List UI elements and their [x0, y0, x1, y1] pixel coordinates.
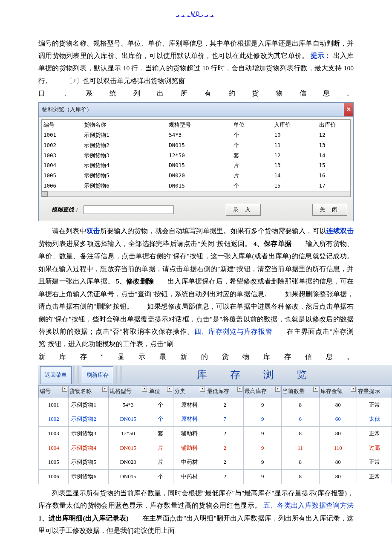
col-name: 货物名称	[82, 120, 167, 130]
dropdown-icon[interactable]: ▾	[102, 387, 107, 392]
toolbar-divider	[73, 366, 80, 384]
inventory-toolbar: 返回菜单 刷新库存 库 存 浏 览	[38, 365, 392, 385]
text: 请在列表中	[38, 227, 86, 234]
dropdown-icon[interactable]: ▾	[167, 387, 172, 392]
paragraph-block-1: 编号的货物名称、规格型号、单位、单价、库别等信息，其中单价根据是入库单还是出库单…	[0, 37, 392, 100]
col[interactable]: 当前数量▾	[282, 385, 320, 398]
h-scrollbar[interactable]	[42, 191, 350, 197]
page-header-link[interactable]: ...WD...	[0, 9, 392, 20]
text-spread: 口 ， 系 统 列 出 所 有 的 货 物 信 息 。	[38, 87, 354, 99]
inventory-row[interactable]: 1001示例货物154*3个原材料29880正常	[39, 398, 392, 412]
enter-button[interactable]: 录 入	[226, 204, 261, 216]
col-unit: 单位	[232, 120, 272, 130]
col-id: 编号	[42, 120, 82, 130]
dropdown-icon[interactable]: ▾	[313, 387, 318, 392]
table-row[interactable]: 1005示例货物5DN020片1416	[42, 171, 350, 181]
refresh-inventory-button[interactable]: 刷新库存	[82, 366, 113, 384]
toolbar-divider	[115, 366, 122, 384]
table-row[interactable]: 1004示例货物4DN015片1315	[42, 160, 350, 171]
back-menu-button[interactable]: 返回菜单	[40, 366, 72, 384]
table-row[interactable]: 1001示例货物154*3个1012	[42, 130, 350, 140]
col[interactable]: 编号▾	[39, 385, 69, 398]
dialog-title-text: 物料浏览（入库价）	[42, 106, 92, 113]
paragraph-block-3: 列表里显示所有货物的当前库存数量，同时会根据"最低库存"与"最高库存"显示存量提…	[0, 487, 392, 537]
col-in: 入库价	[272, 120, 317, 130]
col-spec: 规格型号	[167, 120, 232, 130]
inventory-title: 库 存 浏 览	[122, 365, 392, 385]
dialog-titlebar: 物料浏览（入库价） ✕	[39, 103, 353, 117]
dropdown-icon[interactable]: ▾	[62, 387, 67, 392]
cont-click-label: 连续双击	[326, 227, 354, 234]
tip-label: 提示：	[311, 52, 331, 59]
table-row[interactable]: 1003示例货物312*50套1214	[42, 150, 350, 161]
col[interactable]: 存量提示	[357, 385, 392, 398]
dialog-footer: 模糊查找： 录 入 关 闭	[39, 199, 353, 221]
text: 货物列表进展多项选择输入，全部选择完毕后请点击"关闭"按钮返回。	[38, 240, 252, 247]
section-4-title: 四、库存浏览与库存报警	[194, 328, 273, 335]
inventory-row-high[interactable]: 1004示例货物4DN015片辅助料2911110过高	[39, 441, 392, 455]
heading-5: 5、修改删除	[116, 278, 154, 285]
section-5-1-title: 1、进出库明细(出入库记录表)	[38, 515, 129, 522]
inventory-header-row: 编号▾ 货物名称▾ 规格型号▾ 单位▾ 分类▾ 最低库存▾ 最高库存▾ 当前数量…	[39, 385, 392, 398]
col[interactable]: 分类▾	[173, 385, 206, 398]
col[interactable]: 规格型号▾	[108, 385, 148, 398]
dropdown-icon[interactable]: ▾	[142, 387, 147, 392]
scroll-left-icon[interactable]	[42, 191, 48, 197]
paragraph-block-2: 请在列表中双击所要输入的货物，就会自动填写到单据里。如果有多个货物需要输入，可以…	[0, 225, 392, 363]
heading-4: 4、保存单据	[254, 240, 291, 247]
col[interactable]: 最高库存▾	[244, 385, 282, 398]
inventory-row[interactable]: 1003示例货物312*50套辅助料29880正常	[39, 427, 392, 441]
double-click-label: 双击	[86, 227, 100, 234]
section-5-title: 五、各类出入库数据查询方法	[263, 502, 354, 509]
dialog-list: 编号 货物名称 规格型号 单位 入库价 出库价 1001示例货物154*3个10…	[41, 119, 351, 197]
table-header-row: 编号 货物名称 规格型号 单位 入库价 出库价	[42, 120, 350, 130]
text-spread: 新 库 存 " 显 示 最 新 的 货 物 库 存 信 息 。	[38, 350, 354, 363]
table-row[interactable]: 1006示例货物6DN015个1517	[42, 181, 350, 191]
col[interactable]: 单位▾	[148, 385, 173, 398]
text: 所要输入的货物，就会自动填写到单据里。如果有多个货物需要输入，可以	[100, 227, 326, 234]
inventory-row[interactable]: 1006示例货物6DN015个中药材29880正常	[39, 470, 392, 484]
col[interactable]: 货物名称▾	[69, 385, 108, 398]
close-button[interactable]: 关 闭	[312, 204, 347, 216]
inventory-table: 编号▾ 货物名称▾ 规格型号▾ 单位▾ 分类▾ 最低库存▾ 最高库存▾ 当前数量…	[38, 385, 392, 484]
fuzzy-search-label: 模糊查找：	[52, 205, 79, 215]
close-icon[interactable]: ✕	[344, 103, 353, 117]
fuzzy-search-input[interactable]	[84, 205, 174, 214]
dropdown-icon[interactable]: ▾	[275, 387, 280, 392]
inventory-row-low[interactable]: 1002示例货物2DN015个原材料79660太低	[39, 412, 392, 427]
dropdown-icon[interactable]: ▾	[351, 387, 356, 392]
dropdown-icon[interactable]: ▾	[200, 387, 205, 392]
inventory-row[interactable]: 1005示例货物5DN020片中药材29880正常	[39, 455, 392, 470]
col[interactable]: 最低库存▾	[206, 385, 244, 398]
material-table: 编号 货物名称 规格型号 单位 入库价 出库价 1001示例货物154*3个10…	[42, 120, 350, 191]
table-row[interactable]: 1002示例货物2DN015个1113	[42, 140, 350, 150]
text: 出入库单据保存后，希望修改或者删除那张单据的信息，可在单据右上角输入凭证单号，点…	[38, 278, 354, 335]
col[interactable]: 库存金额▾	[319, 385, 357, 398]
inventory-panel: 返回菜单 刷新库存 库 存 浏 览 编号▾ 货物名称▾ 规格型号▾ 单位▾ 分类…	[38, 365, 392, 484]
text: 编号的货物名称、规格型号、单位、单价、库别等信息，其中单价根据是入库单还是出库单…	[38, 40, 354, 59]
material-browse-dialog: 物料浏览（入库价） ✕ 编号 货物名称 规格型号 单位 入库价 出库价 1001…	[38, 102, 354, 222]
dropdown-icon[interactable]: ▾	[237, 387, 242, 392]
col-out: 出库价	[317, 120, 351, 130]
